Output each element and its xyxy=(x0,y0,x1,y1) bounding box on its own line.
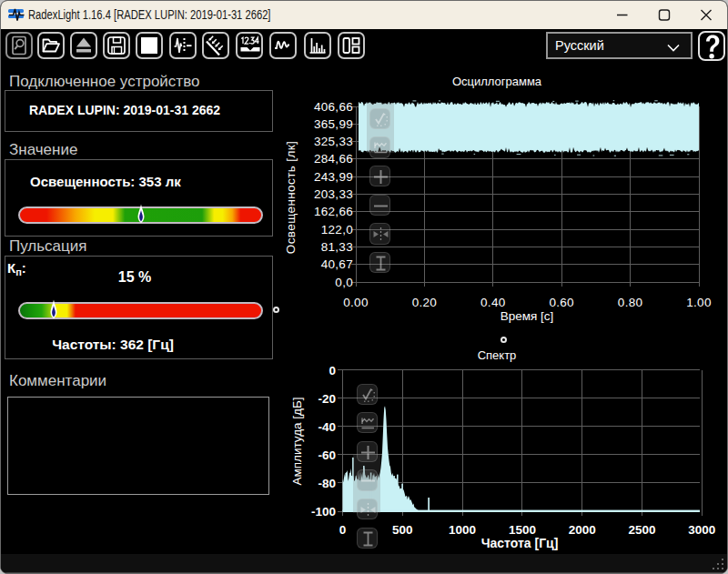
svg-text:2000: 2000 xyxy=(569,523,596,537)
svg-text:162,66: 162,66 xyxy=(314,205,353,218)
svg-text:1.00: 1.00 xyxy=(686,296,711,309)
svg-text:Спектр: Спектр xyxy=(478,348,517,362)
svg-text:500: 500 xyxy=(392,523,413,537)
svg-text:406,66: 406,66 xyxy=(314,100,353,114)
svg-text:Частота [Гц]: Частота [Гц] xyxy=(481,536,559,550)
svg-text:284,66: 284,66 xyxy=(314,152,353,166)
svg-text:325,33: 325,33 xyxy=(314,135,353,148)
svg-text:-60: -60 xyxy=(318,448,336,462)
svg-text:40,67: 40,67 xyxy=(321,257,353,271)
svg-text:Осциллограмма: Осциллограмма xyxy=(452,75,542,88)
svg-text:0: 0 xyxy=(339,523,347,537)
svg-text:-20: -20 xyxy=(318,392,336,406)
svg-text:Амплитуда [дБ]: Амплитуда [дБ] xyxy=(290,397,304,485)
svg-text:Освещенность [лк]: Освещенность [лк] xyxy=(284,141,298,254)
svg-text:0.60: 0.60 xyxy=(549,296,573,309)
svg-text:0,0: 0,0 xyxy=(335,276,353,289)
svg-text:Время [с]: Время [с] xyxy=(500,309,554,323)
svg-text:203,33: 203,33 xyxy=(314,187,353,201)
svg-text:2500: 2500 xyxy=(628,523,655,537)
svg-text:0: 0 xyxy=(329,364,336,378)
svg-text:1000: 1000 xyxy=(449,523,476,537)
svg-text:1500: 1500 xyxy=(509,523,536,537)
svg-text:-100: -100 xyxy=(311,505,336,519)
svg-text:122,0: 122,0 xyxy=(321,223,353,237)
svg-text:-40: -40 xyxy=(318,420,336,434)
svg-text:0.20: 0.20 xyxy=(412,296,437,309)
svg-text:0.80: 0.80 xyxy=(618,296,642,309)
svg-text:365,99: 365,99 xyxy=(314,117,353,131)
svg-text:0.00: 0.00 xyxy=(343,296,368,309)
svg-text:-80: -80 xyxy=(318,477,336,490)
svg-text:243,99: 243,99 xyxy=(314,170,353,184)
svg-text:81,33: 81,33 xyxy=(321,240,353,254)
svg-text:3000: 3000 xyxy=(688,523,715,537)
svg-text:0.40: 0.40 xyxy=(480,296,505,309)
